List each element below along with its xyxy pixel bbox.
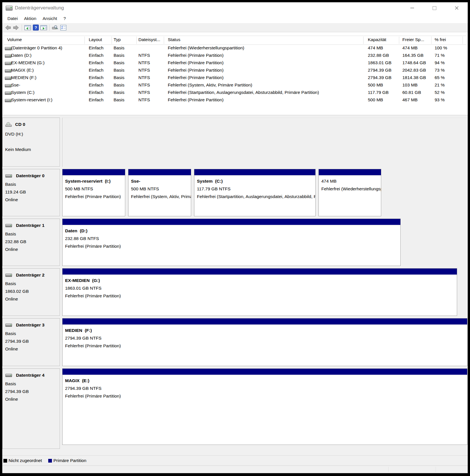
volume-free-space: 2042.83 GB xyxy=(402,68,426,73)
legend-item-primary-partition: Primäre Partition xyxy=(48,458,92,463)
console-tree-button[interactable] xyxy=(24,24,32,31)
volume-table-row[interactable]: System-reserviert (I:)EinfachBasisNTFSFe… xyxy=(3,97,467,104)
partition-box[interactable]: MAGIX (E:) 2794.39 GB NTFS Fehlerfrei (P… xyxy=(62,368,467,445)
maximize-button[interactable] xyxy=(423,2,445,14)
column-separator[interactable] xyxy=(84,37,85,44)
volume-type: Basis xyxy=(114,97,124,102)
partition-color-strip xyxy=(62,219,400,225)
partition-box[interactable]: Daten (D:) 232.88 GB NTFS Fehlerfrei (Pr… xyxy=(62,219,401,266)
volume-table-row[interactable]: EX-MEDIEN (G:)EinfachBasisNTFSFehlerfrei… xyxy=(3,60,467,67)
close-button[interactable] xyxy=(445,2,468,14)
col-layout[interactable]: Layout xyxy=(89,37,102,42)
column-separator[interactable] xyxy=(112,37,112,44)
disk-bar-area: MEDIEN (F:) 2794.39 GB NTFS Fehlerfrei (… xyxy=(62,318,468,366)
partition-box[interactable]: System (C:) 117.79 GB NTFS Fehlerfrei (S… xyxy=(194,169,316,216)
menu-aktion[interactable]: Aktion xyxy=(21,15,39,22)
window-controls xyxy=(401,2,468,14)
forward-arrow-icon xyxy=(13,25,19,31)
volume-filesystem: NTFS xyxy=(138,90,150,95)
back-arrow-icon xyxy=(5,25,11,31)
volume-free-space: 1748.64 GB xyxy=(402,60,426,65)
partition-color-strip xyxy=(62,269,457,275)
unallocated-color-swatch xyxy=(3,459,7,463)
back-button[interactable] xyxy=(4,24,12,31)
volume-type: Basis xyxy=(114,68,124,73)
col-volume[interactable]: Volume xyxy=(7,37,22,42)
partition-box[interactable]: System-reserviert (I:) 500 MB NTFS Fehle… xyxy=(62,169,125,216)
partition-status: Fehlerfrei (Primäre Partition) xyxy=(65,292,457,300)
legend-item-unallocated: Nicht zugeordnet xyxy=(3,458,48,463)
volume-filesystem: NTFS xyxy=(138,82,150,88)
volume-table-row[interactable]: System (C:)EinfachBasisNTFSFehlerfrei (S… xyxy=(3,89,467,97)
disk-label-panel[interactable]: Datenträger 0 Basis 119.24 GB Online xyxy=(2,169,60,216)
disk-label-panel[interactable]: Datenträger 4 Basis 2794.39 GB Online xyxy=(2,368,60,449)
menu-datei[interactable]: Datei xyxy=(4,15,21,22)
svg-text:?: ? xyxy=(34,25,37,30)
partition-box[interactable]: Sse- 500 MB NTFS Fehlerfrei (System, Akt… xyxy=(128,169,191,216)
volume-name: MAGIX (E:) xyxy=(11,68,34,73)
col-status[interactable]: Status xyxy=(168,37,180,42)
disk-bar-area: Daten (D:) 232.88 GB NTFS Fehlerfrei (Pr… xyxy=(62,219,404,266)
forward-button[interactable] xyxy=(12,24,20,31)
menu-help[interactable]: ? xyxy=(60,15,69,22)
column-separator[interactable] xyxy=(164,37,164,44)
col-kapazitaet[interactable]: Kapazität xyxy=(368,37,386,42)
disk-name: Datenträger 4 xyxy=(16,373,45,378)
partition-title: EX-MEDIEN (G:) xyxy=(65,277,457,284)
disk-row: Datenträger 1 Basis 232.88 GB Online Dat… xyxy=(2,219,467,266)
checklist-icon xyxy=(60,25,66,31)
volume-name: System-reserviert (I:) xyxy=(11,97,53,102)
volume-free-space: 164.35 GB xyxy=(402,53,423,58)
volume-capacity: 232.88 GB xyxy=(368,53,389,58)
volume-table-row[interactable]: MEDIEN (F:)EinfachBasisNTFSFehlerfrei (P… xyxy=(3,74,467,82)
disk-icon xyxy=(5,374,12,377)
cd-empty-region[interactable] xyxy=(62,118,467,167)
statusbar-separator xyxy=(388,467,389,472)
volume-table-row[interactable]: Sse-EinfachBasisNTFSFehlerfrei (System, … xyxy=(3,82,467,89)
column-separator[interactable] xyxy=(399,37,399,44)
help-button[interactable]: ? xyxy=(32,24,40,31)
volume-status: Fehlerfrei (Primäre Partition) xyxy=(168,75,224,80)
disk-status: Online xyxy=(5,197,18,202)
partition-box[interactable]: EX-MEDIEN (G:) 1863.01 GB NTFS Fehlerfre… xyxy=(62,268,457,316)
col-typ[interactable]: Typ xyxy=(114,37,121,42)
volume-layout: Einfach xyxy=(89,90,104,95)
partition-box[interactable]: MEDIEN (F:) 2794.39 GB NTFS Fehlerfrei (… xyxy=(62,318,467,366)
toolbar-separator xyxy=(22,25,22,31)
action-pane-button[interactable] xyxy=(40,24,48,31)
disk-label-panel[interactable]: Datenträger 1 Basis 232.88 GB Online xyxy=(2,219,60,266)
col-prozent-frei[interactable]: % frei xyxy=(435,37,446,42)
volume-table-row[interactable]: MAGIX (E:)EinfachBasisNTFSFehlerfrei (Pr… xyxy=(3,67,467,74)
volume-percent-free: 52 % xyxy=(435,90,445,95)
volume-table-row[interactable]: (Datenträger 0 Partition 4)EinfachBasisF… xyxy=(3,45,467,52)
col-freier-speicher[interactable]: Freier Sp... xyxy=(402,37,424,42)
column-separator[interactable] xyxy=(431,37,431,44)
partition-box[interactable]: 474 MB Fehlerfrei (Wiederherstellungspar… xyxy=(318,169,381,216)
device-properties-button[interactable] xyxy=(51,24,59,31)
volume-list: Volume Layout Typ Dateisyst... Status Ka… xyxy=(2,32,468,115)
column-separator[interactable] xyxy=(463,37,463,44)
disk-status: Online xyxy=(5,346,18,352)
volume-table-row[interactable]: Daten (D:)EinfachBasisNTFSFehlerfrei (Pr… xyxy=(3,52,467,60)
disk-label-panel[interactable]: Datenträger 2 Basis 1863.02 GB Online xyxy=(2,268,60,316)
device-magnifier-icon xyxy=(52,25,59,31)
volume-name: EX-MEDIEN (G:) xyxy=(11,60,45,65)
cd-drive-label-panel[interactable]: CD 0 DVD (H:) Kein Medium xyxy=(2,118,60,167)
disk-type: Basis xyxy=(5,182,16,187)
checklist-button[interactable] xyxy=(59,24,67,31)
column-separator[interactable] xyxy=(363,37,364,44)
console-tree-icon xyxy=(24,25,31,31)
volume-filesystem: NTFS xyxy=(138,68,150,73)
minimize-button[interactable] xyxy=(401,2,423,14)
col-dateisystem[interactable]: Dateisyst... xyxy=(138,37,160,42)
menu-ansicht[interactable]: Ansicht xyxy=(39,15,60,22)
close-icon xyxy=(455,6,459,10)
partition-info: System-reserviert (I:) 500 MB NTFS Fehle… xyxy=(62,176,125,200)
disk-type: Basis xyxy=(5,331,16,336)
cd-drive-row: CD 0 DVD (H:) Kein Medium xyxy=(2,118,467,167)
help-icon: ? xyxy=(33,25,39,31)
disk-label-panel[interactable]: Datenträger 3 Basis 2794.39 GB Online xyxy=(2,318,60,366)
volume-name: MEDIEN (F:) xyxy=(11,75,37,80)
column-separator[interactable] xyxy=(136,37,137,44)
volume-percent-free: 65 % xyxy=(435,75,445,80)
